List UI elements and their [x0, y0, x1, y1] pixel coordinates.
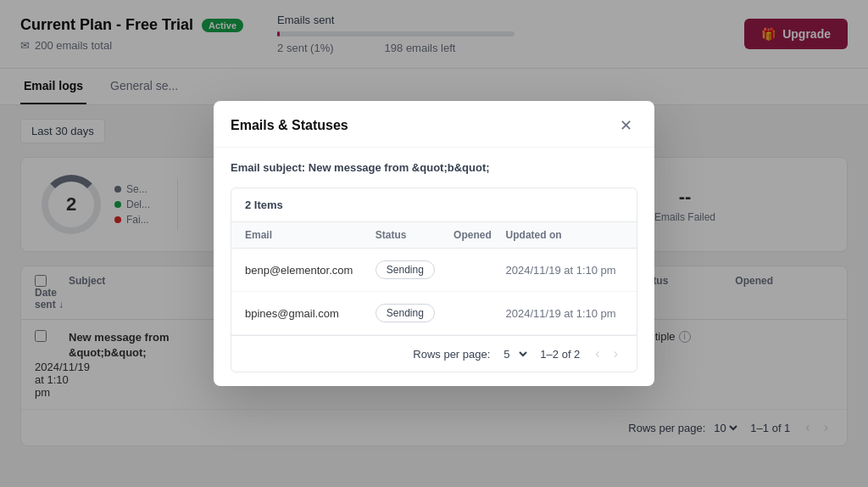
email-subject-prefix: Email subject:: [231, 161, 305, 174]
modal-col-header: Email Status Opened Updated on: [231, 222, 637, 249]
modal-row2-status: Sending: [376, 304, 453, 322]
modal-row-1: benp@elementor.com Sending 2024/11/19 at…: [231, 249, 637, 292]
modal-header-opened: Opened: [453, 229, 506, 241]
modal-page-nav: ‹ ›: [590, 344, 623, 363]
modal-row2-status-badge: Sending: [376, 304, 435, 322]
modal-page-info: 1–2 of 2: [540, 348, 580, 361]
modal-row1-status: Sending: [376, 260, 453, 279]
modal-rows-per-page-label: Rows per page:: [413, 348, 490, 361]
modal-header-status: Status: [376, 229, 453, 241]
modal-overlay[interactable]: Emails & Statuses ✕ Email subject: New m…: [0, 0, 868, 487]
page-wrapper: Current Plan - Free Trial Active ✉ 200 e…: [0, 0, 868, 487]
modal-row2-updated: 2024/11/19 at 1:10 pm: [506, 307, 623, 320]
email-subject-value: New message from &quot;b&quot;: [309, 161, 490, 174]
modal-row1-status-badge: Sending: [376, 260, 435, 279]
modal-rows-per-page-select[interactable]: 5 10 25: [500, 347, 530, 361]
email-subject-line: Email subject: New message from &quot;b&…: [231, 161, 637, 174]
modal-body: Email subject: New message from &quot;b&…: [214, 148, 654, 386]
modal-row1-email: benp@elementor.com: [245, 264, 376, 277]
modal-row1-updated: 2024/11/19 at 1:10 pm: [506, 264, 623, 277]
modal-table: 2 Items Email Status Opened Updated on b…: [231, 188, 637, 372]
modal-header: Emails & Statuses ✕: [214, 101, 654, 148]
modal-pagination: Rows per page: 5 10 25 1–2 of 2 ‹ ›: [231, 335, 637, 372]
modal-close-button[interactable]: ✕: [615, 116, 637, 135]
modal-items-count: 2 Items: [231, 188, 637, 222]
modal-row-2: bpines@gmail.com Sending 2024/11/19 at 1…: [231, 292, 637, 335]
modal-row2-email: bpines@gmail.com: [245, 307, 376, 320]
modal: Emails & Statuses ✕ Email subject: New m…: [214, 101, 654, 386]
modal-next-button[interactable]: ›: [609, 344, 623, 363]
modal-header-email: Email: [245, 229, 376, 241]
modal-prev-button[interactable]: ‹: [590, 344, 604, 363]
modal-title: Emails & Statuses: [231, 118, 348, 133]
modal-header-updated: Updated on: [506, 229, 623, 241]
